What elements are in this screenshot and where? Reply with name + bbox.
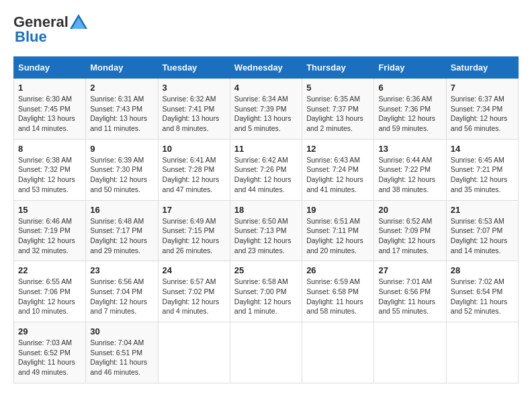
day-number: 28: [451, 265, 514, 275]
calendar-week-row: 15 Sunrise: 6:46 AM Sunset: 7:19 PM Dayl…: [14, 200, 519, 261]
day-number: 3: [163, 83, 226, 93]
day-number: 7: [451, 83, 514, 93]
calendar-cell: 1 Sunrise: 6:30 AM Sunset: 7:45 PM Dayli…: [14, 79, 86, 140]
calendar-week-row: 8 Sunrise: 6:38 AM Sunset: 7:32 PM Dayli…: [14, 139, 519, 200]
day-info: Sunrise: 6:52 AM Sunset: 7:09 PM Dayligh…: [378, 216, 441, 256]
day-info: Sunrise: 7:01 AM Sunset: 6:56 PM Dayligh…: [378, 277, 441, 316]
day-number: 19: [306, 205, 369, 215]
day-number: 17: [163, 205, 226, 215]
day-info: Sunrise: 6:55 AM Sunset: 7:06 PM Dayligh…: [18, 277, 81, 316]
day-number: 25: [234, 265, 298, 275]
day-info: Sunrise: 6:46 AM Sunset: 7:19 PM Dayligh…: [18, 216, 81, 256]
calendar-cell: 21 Sunrise: 6:53 AM Sunset: 7:07 PM Dayl…: [446, 200, 518, 261]
day-number: 4: [234, 83, 298, 93]
calendar-cell: 27 Sunrise: 7:01 AM Sunset: 6:56 PM Dayl…: [374, 261, 446, 322]
weekday-header: Monday: [86, 57, 158, 79]
calendar-cell: 7 Sunrise: 6:37 AM Sunset: 7:34 PM Dayli…: [446, 79, 518, 140]
day-info: Sunrise: 6:43 AM Sunset: 7:24 PM Dayligh…: [306, 155, 369, 195]
day-info: Sunrise: 6:57 AM Sunset: 7:02 PM Dayligh…: [163, 277, 226, 316]
day-info: Sunrise: 6:59 AM Sunset: 6:58 PM Dayligh…: [306, 277, 369, 316]
day-info: Sunrise: 6:37 AM Sunset: 7:34 PM Dayligh…: [451, 94, 514, 134]
calendar-cell: 30 Sunrise: 7:04 AM Sunset: 6:51 PM Dayl…: [86, 322, 158, 383]
logo: General Blue: [13, 13, 87, 46]
day-info: Sunrise: 6:53 AM Sunset: 7:07 PM Dayligh…: [451, 216, 514, 256]
day-number: 26: [306, 265, 369, 275]
day-info: Sunrise: 6:35 AM Sunset: 7:37 PM Dayligh…: [306, 94, 369, 134]
calendar-cell: 29 Sunrise: 7:03 AM Sunset: 6:52 PM Dayl…: [14, 322, 86, 383]
calendar-cell: 8 Sunrise: 6:38 AM Sunset: 7:32 PM Dayli…: [14, 139, 86, 200]
day-info: Sunrise: 6:48 AM Sunset: 7:17 PM Dayligh…: [90, 216, 153, 256]
day-info: Sunrise: 6:44 AM Sunset: 7:22 PM Dayligh…: [378, 155, 441, 195]
day-number: 30: [90, 326, 153, 336]
calendar-cell: 10 Sunrise: 6:41 AM Sunset: 7:28 PM Dayl…: [158, 139, 230, 200]
day-info: Sunrise: 6:32 AM Sunset: 7:41 PM Dayligh…: [163, 94, 226, 134]
calendar-cell: 18 Sunrise: 6:50 AM Sunset: 7:13 PM Dayl…: [230, 200, 302, 261]
calendar-cell: 6 Sunrise: 6:36 AM Sunset: 7:36 PM Dayli…: [374, 79, 446, 140]
calendar-cell: 16 Sunrise: 6:48 AM Sunset: 7:17 PM Dayl…: [86, 200, 158, 261]
page-header: General Blue: [13, 13, 519, 46]
weekday-header: Wednesday: [230, 57, 302, 79]
calendar-cell: 5 Sunrise: 6:35 AM Sunset: 7:37 PM Dayli…: [302, 79, 374, 140]
day-number: 2: [90, 83, 153, 93]
day-number: 27: [378, 265, 441, 275]
calendar-cell: [446, 322, 518, 383]
day-number: 24: [163, 265, 226, 275]
day-number: 21: [451, 205, 514, 215]
calendar-week-row: 22 Sunrise: 6:55 AM Sunset: 7:06 PM Dayl…: [14, 261, 519, 322]
day-number: 6: [378, 83, 441, 93]
day-number: 14: [451, 144, 514, 154]
day-info: Sunrise: 6:56 AM Sunset: 7:04 PM Dayligh…: [90, 277, 153, 316]
day-info: Sunrise: 7:02 AM Sunset: 6:54 PM Dayligh…: [451, 277, 514, 316]
day-number: 1: [18, 83, 81, 93]
calendar-cell: 12 Sunrise: 6:43 AM Sunset: 7:24 PM Dayl…: [302, 139, 374, 200]
day-info: Sunrise: 7:04 AM Sunset: 6:51 PM Dayligh…: [90, 338, 153, 377]
weekday-header: Saturday: [446, 57, 518, 79]
calendar-week-row: 1 Sunrise: 6:30 AM Sunset: 7:45 PM Dayli…: [14, 79, 519, 140]
calendar-cell: 17 Sunrise: 6:49 AM Sunset: 7:15 PM Dayl…: [158, 200, 230, 261]
calendar-table: SundayMondayTuesdayWednesdayThursdayFrid…: [13, 56, 519, 383]
calendar-cell: [374, 322, 446, 383]
calendar-cell: 9 Sunrise: 6:39 AM Sunset: 7:30 PM Dayli…: [86, 139, 158, 200]
day-number: 8: [18, 144, 81, 154]
day-number: 16: [90, 205, 153, 215]
day-number: 22: [18, 265, 81, 275]
day-info: Sunrise: 6:34 AM Sunset: 7:39 PM Dayligh…: [234, 94, 298, 134]
day-info: Sunrise: 6:38 AM Sunset: 7:32 PM Dayligh…: [18, 155, 81, 195]
calendar-cell: [302, 322, 374, 383]
calendar-cell: 25 Sunrise: 6:58 AM Sunset: 7:00 PM Dayl…: [230, 261, 302, 322]
day-number: 15: [18, 205, 81, 215]
calendar-cell: [158, 322, 230, 383]
logo-blue-text: Blue: [13, 28, 47, 46]
calendar-cell: 3 Sunrise: 6:32 AM Sunset: 7:41 PM Dayli…: [158, 79, 230, 140]
day-number: 13: [378, 144, 441, 154]
day-info: Sunrise: 6:36 AM Sunset: 7:36 PM Dayligh…: [378, 94, 441, 134]
calendar-cell: 24 Sunrise: 6:57 AM Sunset: 7:02 PM Dayl…: [158, 261, 230, 322]
calendar-cell: 22 Sunrise: 6:55 AM Sunset: 7:06 PM Dayl…: [14, 261, 86, 322]
calendar-cell: 4 Sunrise: 6:34 AM Sunset: 7:39 PM Dayli…: [230, 79, 302, 140]
day-number: 10: [163, 144, 226, 154]
day-info: Sunrise: 6:49 AM Sunset: 7:15 PM Dayligh…: [163, 216, 226, 256]
day-info: Sunrise: 6:51 AM Sunset: 7:11 PM Dayligh…: [306, 216, 369, 256]
calendar-cell: 13 Sunrise: 6:44 AM Sunset: 7:22 PM Dayl…: [374, 139, 446, 200]
day-number: 5: [306, 83, 369, 93]
calendar-cell: [230, 322, 302, 383]
day-info: Sunrise: 6:31 AM Sunset: 7:43 PM Dayligh…: [90, 94, 153, 134]
weekday-header: Friday: [374, 57, 446, 79]
day-number: 12: [306, 144, 369, 154]
calendar-cell: 23 Sunrise: 6:56 AM Sunset: 7:04 PM Dayl…: [86, 261, 158, 322]
weekday-header: Tuesday: [158, 57, 230, 79]
day-info: Sunrise: 6:58 AM Sunset: 7:00 PM Dayligh…: [234, 277, 298, 316]
calendar-cell: 28 Sunrise: 7:02 AM Sunset: 6:54 PM Dayl…: [446, 261, 518, 322]
calendar-cell: 19 Sunrise: 6:51 AM Sunset: 7:11 PM Dayl…: [302, 200, 374, 261]
day-number: 23: [90, 265, 153, 275]
calendar-cell: 2 Sunrise: 6:31 AM Sunset: 7:43 PM Dayli…: [86, 79, 158, 140]
calendar-cell: 15 Sunrise: 6:46 AM Sunset: 7:19 PM Dayl…: [14, 200, 86, 261]
day-info: Sunrise: 7:03 AM Sunset: 6:52 PM Dayligh…: [18, 338, 81, 377]
calendar-cell: 14 Sunrise: 6:45 AM Sunset: 7:21 PM Dayl…: [446, 139, 518, 200]
day-info: Sunrise: 6:45 AM Sunset: 7:21 PM Dayligh…: [451, 155, 514, 195]
day-info: Sunrise: 6:42 AM Sunset: 7:26 PM Dayligh…: [234, 155, 298, 195]
day-number: 11: [234, 144, 298, 154]
day-number: 18: [234, 205, 298, 215]
day-number: 29: [18, 326, 81, 336]
day-number: 20: [378, 205, 441, 215]
